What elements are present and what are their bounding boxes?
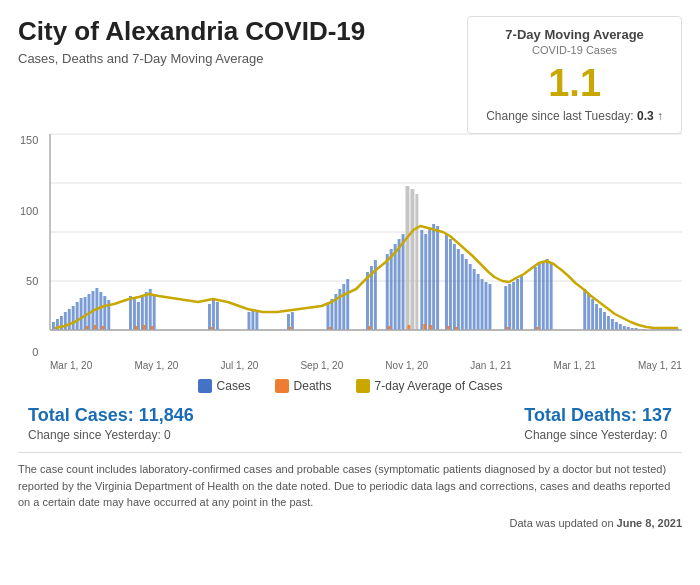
svg-rect-20 [129, 296, 132, 330]
total-cases: Total Cases: 11,846 [28, 405, 194, 426]
svg-rect-75 [538, 264, 541, 330]
svg-rect-62 [465, 259, 468, 330]
svg-rect-80 [587, 294, 590, 330]
svg-rect-23 [141, 296, 144, 330]
svg-rect-32 [255, 312, 258, 330]
widget-title: 7-Day Moving Average [486, 27, 663, 42]
svg-rect-58 [449, 239, 452, 330]
svg-rect-76 [542, 261, 545, 330]
legend-average-label: 7-day Average of Cases [375, 379, 503, 393]
svg-rect-86 [611, 319, 614, 330]
svg-rect-44 [386, 254, 389, 330]
svg-rect-88 [619, 324, 622, 330]
svg-rect-28 [212, 300, 215, 330]
svg-rect-31 [251, 309, 254, 330]
total-cases-block: Total Cases: 11,846 Change since Yesterd… [28, 405, 194, 442]
svg-rect-47 [398, 239, 401, 330]
svg-rect-18 [103, 296, 106, 330]
svg-rect-65 [477, 274, 480, 330]
svg-rect-71 [512, 282, 515, 330]
svg-rect-60 [457, 249, 460, 330]
stats-row: Total Cases: 11,846 Change since Yesterd… [18, 405, 682, 442]
svg-rect-85 [607, 316, 610, 330]
svg-rect-82 [595, 304, 598, 330]
chart-svg [50, 134, 682, 354]
svg-rect-53 [424, 234, 427, 330]
svg-rect-39 [342, 284, 345, 330]
total-deaths: Total Deaths: 137 [524, 405, 672, 426]
svg-rect-84 [603, 312, 606, 330]
svg-rect-35 [327, 304, 330, 330]
y-axis-labels: 150 100 50 0 [20, 134, 38, 358]
svg-rect-87 [615, 322, 618, 330]
average-swatch [356, 379, 370, 393]
moving-average-widget: 7-Day Moving Average COVID-19 Cases 1.1 … [467, 16, 682, 134]
svg-rect-52 [420, 230, 423, 330]
x-axis-labels: Mar 1, 20 May 1, 20 Jul 1, 20 Sep 1, 20 … [50, 360, 682, 371]
updated-text: Data was updated on June 8, 2021 [18, 517, 682, 529]
svg-rect-61 [461, 254, 464, 330]
svg-rect-57 [445, 234, 448, 330]
svg-rect-68 [488, 284, 491, 330]
svg-rect-36 [330, 299, 333, 330]
svg-rect-66 [481, 279, 484, 330]
total-deaths-block: Total Deaths: 137 Change since Yesterday… [524, 405, 672, 442]
svg-rect-74 [534, 267, 537, 330]
svg-rect-45 [390, 249, 393, 330]
svg-rect-46 [394, 244, 397, 330]
legend-deaths: Deaths [275, 379, 332, 393]
svg-rect-11 [76, 302, 79, 330]
svg-rect-5 [52, 322, 55, 330]
deaths-change: Change since Yesterday: 0 [524, 428, 672, 442]
page-subtitle: Cases, Deaths and 7-Day Moving Average [18, 51, 365, 66]
svg-rect-13 [84, 297, 87, 330]
svg-rect-9 [68, 309, 71, 330]
svg-rect-12 [80, 298, 83, 330]
svg-rect-22 [137, 302, 140, 330]
svg-rect-27 [208, 304, 211, 330]
svg-rect-63 [469, 264, 472, 330]
svg-rect-21 [133, 299, 136, 330]
legend-average: 7-day Average of Cases [356, 379, 503, 393]
svg-rect-70 [508, 284, 511, 330]
svg-rect-59 [453, 244, 456, 330]
legend-deaths-label: Deaths [294, 379, 332, 393]
widget-subtitle: COVID-19 Cases [486, 44, 663, 56]
chart-container: 150 100 50 0 [50, 134, 682, 358]
widget-value: 1.1 [486, 62, 663, 105]
svg-rect-24 [145, 292, 148, 330]
svg-rect-49 [406, 186, 410, 330]
svg-rect-10 [72, 306, 75, 330]
svg-rect-77 [546, 259, 549, 330]
svg-rect-55 [432, 224, 435, 330]
svg-rect-40 [346, 279, 349, 330]
widget-change: Change since last Tuesday: 0.3 ↑ [486, 109, 663, 123]
svg-rect-29 [216, 302, 219, 330]
svg-rect-64 [473, 269, 476, 330]
chart-legend: Cases Deaths 7-day Average of Cases [18, 379, 682, 393]
svg-rect-78 [550, 262, 553, 330]
svg-rect-30 [248, 312, 251, 330]
svg-rect-48 [402, 234, 405, 330]
page-title: City of Alexandria COVID-19 [18, 16, 365, 47]
svg-rect-79 [583, 289, 586, 330]
svg-rect-41 [366, 272, 369, 330]
svg-rect-50 [410, 189, 414, 330]
disclaimer-text: The case count includes laboratory-confi… [18, 452, 682, 511]
cases-change: Change since Yesterday: 0 [28, 428, 194, 442]
legend-cases-label: Cases [217, 379, 251, 393]
svg-rect-54 [428, 229, 431, 330]
svg-rect-69 [504, 286, 507, 330]
cases-swatch [198, 379, 212, 393]
svg-rect-56 [436, 226, 439, 330]
svg-rect-26 [153, 294, 156, 330]
svg-rect-73 [520, 276, 523, 330]
svg-rect-51 [415, 194, 418, 330]
svg-rect-67 [485, 282, 488, 330]
svg-rect-83 [599, 308, 602, 330]
svg-rect-17 [99, 292, 102, 330]
deaths-swatch [275, 379, 289, 393]
legend-cases: Cases [198, 379, 251, 393]
svg-rect-81 [591, 299, 594, 330]
svg-rect-72 [516, 279, 519, 330]
